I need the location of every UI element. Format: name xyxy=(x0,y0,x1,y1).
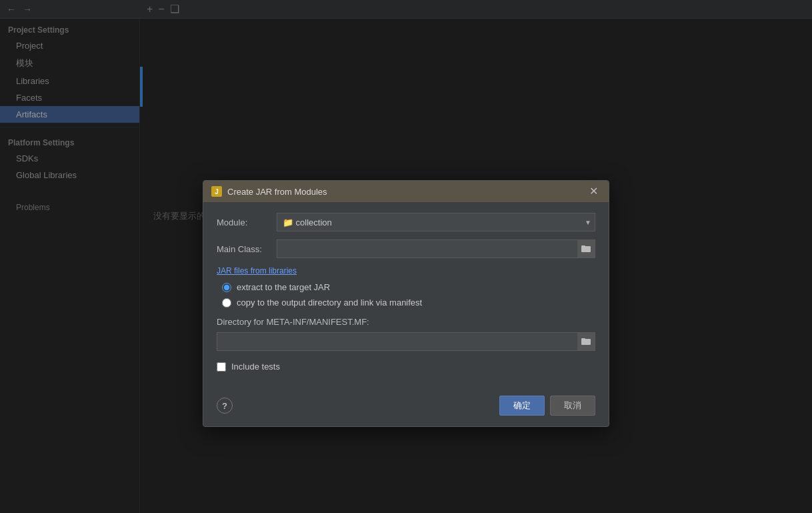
main-class-wrap xyxy=(277,239,595,258)
folder-icon xyxy=(581,244,591,253)
modal-overlay: J Create JAR from Modules ✕ Module: 📁 co… xyxy=(0,0,812,513)
module-select[interactable]: 📁 collection xyxy=(277,213,595,231)
svg-rect-1 xyxy=(581,245,585,247)
module-select-wrap: 📁 collection ▼ xyxy=(277,213,595,231)
module-row: Module: 📁 collection ▼ xyxy=(217,213,595,231)
dialog-body: Module: 📁 collection ▼ Main Class: xyxy=(203,202,609,396)
radio-copy-label[interactable]: copy to the output directory and link vi… xyxy=(237,298,422,308)
create-jar-dialog: J Create JAR from Modules ✕ Module: 📁 co… xyxy=(203,180,609,427)
radio-copy-row: copy to the output directory and link vi… xyxy=(222,298,595,308)
dialog-title-bar: J Create JAR from Modules ✕ xyxy=(203,181,609,202)
radio-extract-row: extract to the target JAR xyxy=(222,282,595,292)
manifest-dir-input[interactable] xyxy=(217,332,595,351)
radio-extract-label[interactable]: extract to the target JAR xyxy=(237,282,330,292)
footer-buttons: 确定 取消 xyxy=(499,396,595,416)
include-tests-row: Include tests xyxy=(217,362,595,372)
manifest-dir-label: Directory for META-INF/MANIFEST.MF: xyxy=(217,317,595,327)
dialog-jar-icon: J xyxy=(211,186,222,197)
radio-copy[interactable] xyxy=(222,298,231,308)
ok-button[interactable]: 确定 xyxy=(499,396,545,416)
main-class-label: Main Class: xyxy=(217,244,277,254)
cancel-button[interactable]: 取消 xyxy=(550,396,595,416)
include-tests-checkbox[interactable] xyxy=(217,362,226,372)
main-class-row: Main Class: xyxy=(217,239,595,258)
main-class-input[interactable] xyxy=(277,239,595,258)
help-button[interactable]: ? xyxy=(217,398,233,414)
svg-rect-0 xyxy=(581,246,591,252)
dialog-footer: ? 确定 取消 xyxy=(203,396,609,426)
jar-radio-group: extract to the target JAR copy to the ou… xyxy=(217,282,595,308)
manifest-input-row xyxy=(217,332,595,351)
include-tests-label[interactable]: Include tests xyxy=(231,362,280,372)
svg-rect-3 xyxy=(581,338,585,340)
dialog-title-left: J Create JAR from Modules xyxy=(211,186,327,197)
folder-browse-icon xyxy=(581,337,591,346)
manifest-browse-button[interactable] xyxy=(577,333,595,350)
dialog-title: Create JAR from Modules xyxy=(227,187,327,197)
dialog-close-button[interactable]: ✕ xyxy=(587,186,601,197)
radio-extract[interactable] xyxy=(222,283,231,292)
main-class-browse-button[interactable] xyxy=(577,240,595,258)
jar-files-section-label[interactable]: JAR files from libraries xyxy=(217,266,595,276)
svg-rect-2 xyxy=(581,339,591,345)
module-label: Module: xyxy=(217,217,277,227)
